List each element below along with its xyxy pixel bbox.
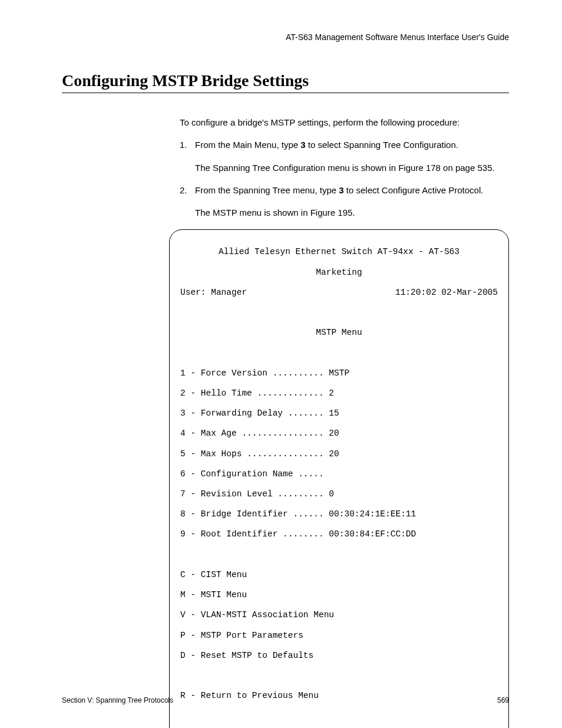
- step-2-text: From the Spanning Tree menu, type 3 to s…: [195, 185, 509, 196]
- terminal-line-1: 1 - Force Version .......... MSTP: [180, 368, 498, 378]
- terminal-title-1: Allied Telesyn Ethernet Switch AT-94xx -…: [180, 247, 498, 257]
- terminal-datetime: 11:20:02 02-Mar-2005: [395, 288, 498, 298]
- terminal-blank: [180, 308, 498, 318]
- terminal-line-9: 9 - Root Identifier ........ 00:30:84:EF…: [180, 529, 498, 539]
- terminal-blank: [180, 348, 498, 358]
- terminal-line-p: P - MSTP Port Parameters: [180, 631, 498, 641]
- terminal-menu-title: MSTP Menu: [180, 328, 498, 338]
- page: AT-S63 Management Software Menus Interfa…: [0, 0, 562, 728]
- step-2-number: 2.: [180, 185, 195, 219]
- terminal-line-c: C - CIST Menu: [180, 570, 498, 580]
- step-1-note: The Spanning Tree Configuration menu is …: [195, 162, 509, 174]
- terminal-blank: [180, 671, 498, 681]
- terminal-line-7: 7 - Revision Level ......... 0: [180, 489, 498, 499]
- running-header: AT-S63 Management Software Menus Interfa…: [62, 32, 509, 42]
- terminal-line-6: 6 - Configuration Name .....: [180, 469, 498, 479]
- terminal-line-m: M - MSTI Menu: [180, 590, 498, 600]
- footer-section: Section V: Spanning Tree Protocols: [62, 696, 173, 704]
- step-1-number: 1.: [180, 139, 195, 174]
- terminal-blank: [180, 711, 498, 721]
- terminal-line-3: 3 - Forwarding Delay ....... 15: [180, 409, 498, 419]
- terminal-line-8: 8 - Bridge Identifier ...... 00:30:24:1E…: [180, 509, 498, 519]
- terminal-title-2: Marketing: [180, 268, 498, 278]
- terminal-user: User: Manager: [180, 288, 247, 298]
- terminal-line-d: D - Reset MSTP to Defaults: [180, 651, 498, 661]
- step-1-text: From the Main Menu, type 3 to select Spa…: [195, 139, 509, 151]
- terminal-line-v: V - VLAN-MSTI Association Menu: [180, 610, 498, 620]
- intro-paragraph: To configure a bridge's MSTP settings, p…: [180, 117, 509, 129]
- terminal-blank: [180, 550, 498, 560]
- terminal-line-4: 4 - Max Age ................ 20: [180, 429, 498, 439]
- body-content: To configure a bridge's MSTP settings, p…: [180, 117, 509, 728]
- step-2-note: The MSTP menu is shown in Figure 195.: [195, 207, 509, 219]
- page-footer: Section V: Spanning Tree Protocols 569: [62, 696, 509, 704]
- step-2: 2. From the Spanning Tree menu, type 3 t…: [180, 185, 509, 219]
- terminal-line-2: 2 - Hello Time ............. 2: [180, 388, 498, 398]
- terminal-screenshot: Allied Telesyn Ethernet Switch AT-94xx -…: [169, 229, 509, 728]
- section-heading: Configuring MSTP Bridge Settings: [62, 71, 509, 93]
- terminal-user-row: User: Manager11:20:02 02-Mar-2005: [180, 288, 498, 298]
- step-1: 1. From the Main Menu, type 3 to select …: [180, 139, 509, 174]
- footer-page-number: 569: [497, 696, 509, 704]
- terminal-line-5: 5 - Max Hops ............... 20: [180, 449, 498, 459]
